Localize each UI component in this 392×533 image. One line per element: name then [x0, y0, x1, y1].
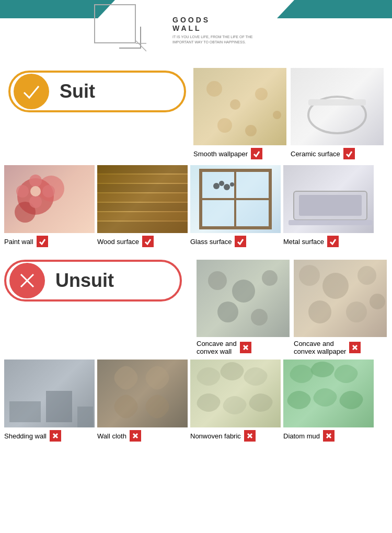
svg-point-49	[370, 294, 385, 309]
unsuit-badge: Unsuit	[4, 260, 192, 302]
nonwoven-fabric-x-badge	[244, 430, 256, 442]
concave-wall-x-badge	[240, 342, 251, 353]
svg-point-46	[358, 266, 376, 285]
svg-point-38	[232, 280, 255, 303]
unsuit-wall-cloth: Wall cloth	[97, 360, 188, 442]
svg-point-41	[251, 309, 268, 326]
svg-point-45	[322, 273, 349, 299]
brand-tagline: IT IS YOU LOVE LIFE, FROM THE LIFE OF TH…	[172, 34, 253, 45]
unsuit-bottom-row: Shedding wall	[4, 355, 388, 446]
diatom-mud-x-badge	[323, 430, 335, 442]
logo-decoration	[94, 4, 146, 54]
header: GOODS WALL IT IS YOU LOVE LIFE, FROM THE…	[0, 0, 392, 57]
diatom-mud-label: Diatom mud	[283, 430, 374, 442]
svg-point-39	[262, 270, 278, 286]
suit-label: Suit	[60, 80, 95, 102]
svg-point-31	[230, 182, 234, 187]
concave-wallpaper-x-badge	[349, 342, 361, 353]
svg-rect-23	[97, 212, 188, 221]
wood-surface-label: Wood surface	[97, 236, 188, 247]
suit-metal-surface: Metal surface	[283, 165, 374, 247]
checkmark-icon	[20, 80, 43, 103]
glass-surface-image	[190, 165, 281, 233]
brand-name: GOODS	[172, 16, 253, 24]
section-divider	[0, 253, 392, 257]
nonwoven-fabric-image	[190, 360, 281, 427]
suit-check-circle	[14, 74, 49, 109]
svg-rect-21	[97, 193, 188, 202]
ceramic-surface-check	[343, 148, 355, 159]
svg-point-15	[29, 195, 42, 208]
concave-wall-image	[197, 260, 290, 337]
svg-rect-18	[97, 165, 188, 173]
concave-wallpaper-label: Concave andconvex wallpaper	[294, 340, 387, 355]
svg-point-29	[219, 181, 224, 186]
metal-surface-label: Metal surface	[283, 236, 374, 247]
paint-wall-label: Paint wall	[4, 236, 95, 247]
svg-point-6	[217, 118, 232, 133]
suit-glass-surface: Glass surface	[190, 165, 281, 247]
svg-line-0	[136, 41, 146, 51]
brand-sub: WALL	[172, 24, 253, 32]
svg-rect-9	[308, 99, 366, 106]
concave-wallpaper-image	[294, 260, 387, 337]
svg-rect-20	[97, 184, 188, 192]
nonwoven-fabric-label: Nonwoven fabric	[190, 430, 281, 442]
shedding-wall-image	[4, 360, 95, 427]
svg-point-7	[245, 125, 257, 136]
unsuit-x-circle	[9, 263, 45, 298]
unsuit-diatom-mud: Diatom mud	[283, 360, 374, 442]
suit-img-smooth: Smooth wallpaper	[193, 68, 286, 159]
glass-surface-label: Glass surface	[190, 236, 281, 247]
shedding-wall-x-badge	[50, 430, 61, 442]
svg-point-14	[42, 185, 55, 198]
suit-right-images: Smooth wallpaper	[193, 68, 384, 159]
glass-surface-check	[235, 236, 246, 247]
shedding-wall-label: Shedding wall	[4, 430, 95, 442]
metal-surface-image	[283, 165, 374, 233]
suit-paint-wall: Paint wall	[4, 165, 95, 247]
suit-wood-surface: Wood surface	[97, 165, 188, 247]
svg-point-13	[29, 175, 42, 187]
svg-point-30	[224, 184, 230, 190]
svg-point-44	[299, 265, 320, 286]
brand-text: GOODS WALL IT IS YOU LOVE LIFE, FROM THE…	[172, 16, 253, 45]
unsuit-pill: Unsuit	[4, 260, 182, 302]
unsuit-top-row: Unsuit Concave	[4, 260, 388, 355]
svg-rect-19	[97, 175, 188, 183]
paint-wall-image	[4, 165, 95, 233]
ceramic-surface-image	[291, 68, 384, 145]
svg-point-3	[230, 99, 240, 110]
unsuit-concave-wallpaper: Concave andconvex wallpaper	[294, 260, 387, 355]
svg-point-16	[16, 185, 29, 198]
smooth-wallpaper-check	[251, 148, 262, 159]
svg-point-40	[217, 302, 238, 322]
suit-mid-row: Paint wall	[4, 162, 388, 250]
diatom-mud-image	[283, 360, 374, 427]
svg-point-37	[208, 271, 227, 290]
wall-cloth-label: Wall cloth	[97, 430, 188, 442]
svg-point-2	[206, 81, 222, 97]
suit-pill: Suit	[8, 71, 186, 112]
header-teal-right	[277, 0, 392, 18]
svg-rect-33	[299, 195, 362, 216]
unsuit-concave-wall: Concave andconvex wall	[197, 260, 290, 355]
wall-cloth-x-badge	[130, 430, 141, 442]
svg-point-48	[346, 302, 367, 322]
svg-rect-53	[46, 391, 72, 422]
metal-surface-check	[327, 236, 339, 247]
paint-wall-check	[37, 236, 48, 247]
x-icon	[16, 269, 39, 292]
wood-surface-check	[142, 236, 154, 247]
unsuit-nonwoven-fabric: Nonwoven fabric	[190, 360, 281, 442]
svg-point-47	[308, 300, 331, 323]
suit-badge: Suit	[8, 68, 189, 115]
svg-rect-52	[9, 401, 41, 422]
page-container: GOODS WALL IT IS YOU LOVE LIFE, FROM THE…	[0, 0, 392, 446]
svg-rect-24	[97, 222, 188, 233]
svg-rect-54	[77, 407, 93, 427]
unsuit-shedding-wall: Shedding wall	[4, 360, 95, 442]
wood-surface-image	[97, 165, 188, 233]
svg-point-5	[273, 111, 281, 119]
unsuit-label: Unsuit	[55, 270, 114, 292]
